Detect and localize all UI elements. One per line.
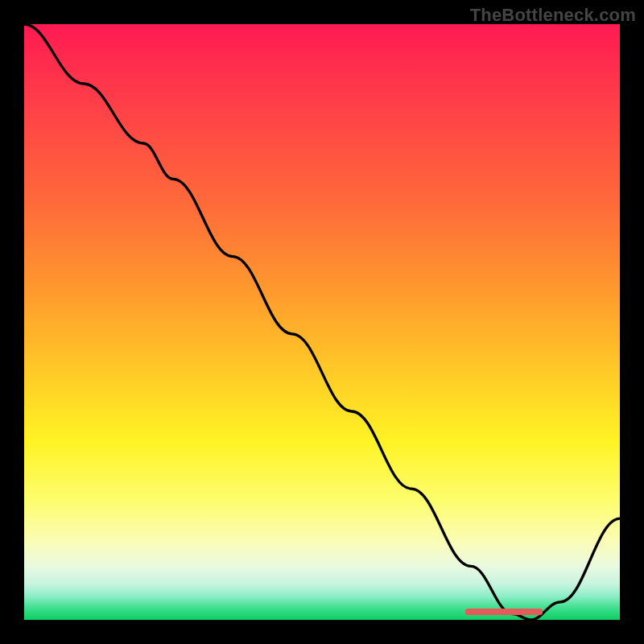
watermark-label: TheBottleneck.com — [470, 5, 636, 26]
chart-frame: TheBottleneck.com — [0, 0, 644, 644]
curve-line — [24, 24, 620, 620]
line-svg — [24, 24, 620, 620]
plot-area — [24, 24, 620, 620]
optimum-marker — [465, 609, 543, 615]
